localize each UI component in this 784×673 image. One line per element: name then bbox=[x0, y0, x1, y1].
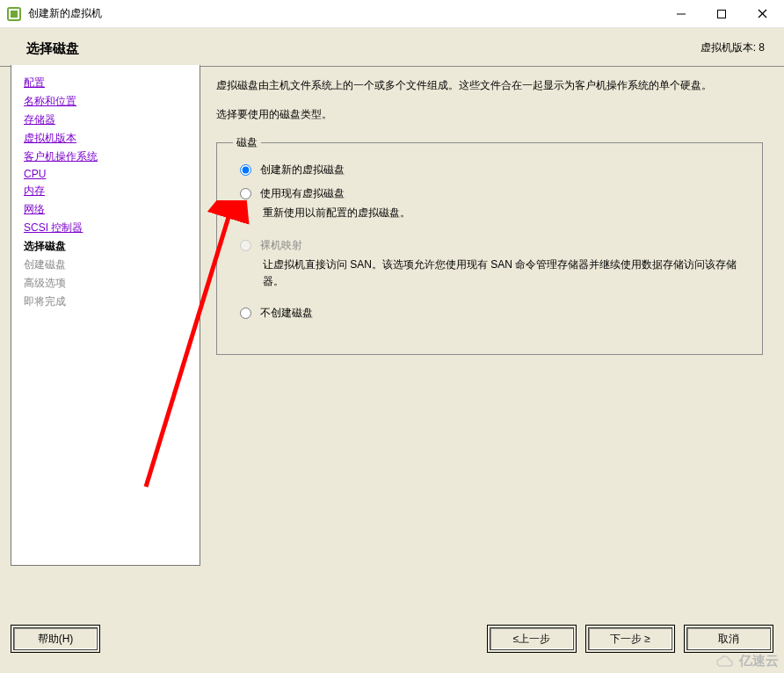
sidebar-item-scsi[interactable]: SCSI 控制器 bbox=[24, 221, 200, 235]
window-title: 创建新的虚拟机 bbox=[28, 6, 661, 21]
radio-raw-mapping-label: 裸机映射 bbox=[260, 238, 302, 253]
next-button-frame: 下一步 ≥ bbox=[585, 625, 675, 653]
next-button-label: 下一步 ≥ bbox=[610, 633, 650, 645]
sidebar-item-ready: 即将完成 bbox=[24, 294, 200, 309]
radio-create-new[interactable]: 创建新的虚拟磁盘 bbox=[233, 163, 746, 177]
sidebar-item-createdisk: 创建磁盘 bbox=[24, 257, 200, 272]
radio-create-new-label: 创建新的虚拟磁盘 bbox=[260, 163, 345, 177]
sidebar-item-storage[interactable]: 存储器 bbox=[24, 112, 200, 127]
radio-use-existing-desc: 重新使用以前配置的虚拟磁盘。 bbox=[263, 205, 746, 221]
page-title: 选择磁盘 bbox=[26, 40, 701, 57]
cancel-button-frame: 取消 bbox=[684, 625, 773, 653]
radio-no-disk-input[interactable] bbox=[240, 308, 251, 319]
disk-prompt: 选择要使用的磁盘类型。 bbox=[216, 106, 763, 123]
sidebar-item-config[interactable]: 配置 bbox=[24, 76, 200, 90]
svg-rect-3 bbox=[718, 10, 726, 18]
vm-version-label: 虚拟机版本: 8 bbox=[701, 40, 765, 55]
svg-rect-1 bbox=[11, 11, 18, 18]
radio-raw-mapping-input bbox=[240, 240, 251, 251]
back-button[interactable]: ≤上一步 bbox=[490, 627, 574, 650]
wizard-footer: 帮助(H) ≤上一步 下一步 ≥ 取消 bbox=[0, 614, 784, 663]
sidebar-item-network[interactable]: 网络 bbox=[24, 202, 200, 217]
radio-raw-mapping: 裸机映射 bbox=[233, 238, 746, 253]
maximize-button[interactable] bbox=[701, 1, 742, 27]
radio-no-disk-label: 不创建磁盘 bbox=[260, 306, 313, 321]
sidebar-item-version[interactable]: 虚拟机版本 bbox=[24, 131, 200, 146]
sidebar-item-selectdisk: 选择磁盘 bbox=[24, 239, 200, 254]
window-titlebar: 创建新的虚拟机 bbox=[0, 0, 784, 28]
radio-no-disk[interactable]: 不创建磁盘 bbox=[233, 306, 746, 321]
sidebar-item-memory[interactable]: 内存 bbox=[24, 184, 200, 199]
footer-right-group: ≤上一步 下一步 ≥ 取消 bbox=[478, 625, 773, 653]
help-button[interactable]: 帮助(H) bbox=[13, 627, 98, 650]
help-button-frame: 帮助(H) bbox=[11, 625, 100, 653]
radio-create-new-input[interactable] bbox=[240, 164, 251, 176]
back-button-frame: ≤上一步 bbox=[487, 625, 577, 653]
cancel-button[interactable]: 取消 bbox=[686, 627, 771, 650]
disk-fieldset-legend: 磁盘 bbox=[233, 135, 261, 150]
next-button[interactable]: 下一步 ≥ bbox=[588, 627, 672, 650]
window-controls bbox=[661, 1, 782, 27]
wizard-body: 配置 名称和位置 存储器 虚拟机版本 客户机操作系统 CPU 内存 网络 SCS… bbox=[0, 67, 784, 614]
wizard-header: 选择磁盘 虚拟机版本: 8 bbox=[0, 28, 784, 66]
help-button-label: 帮助(H) bbox=[38, 633, 74, 645]
disk-description: 虚拟磁盘由主机文件系统上的一个或多个文件组成。这些文件合在一起显示为客户机操作系… bbox=[216, 77, 763, 94]
disk-fieldset: 磁盘 创建新的虚拟磁盘 使用现有虚拟磁盘 重新使用以前配置的虚拟磁盘。 裸机映射 bbox=[216, 135, 763, 355]
sidebar-item-guestos[interactable]: 客户机操作系统 bbox=[24, 149, 200, 164]
sidebar-item-advanced: 高级选项 bbox=[24, 276, 200, 291]
back-button-label: ≤上一步 bbox=[513, 633, 551, 645]
close-button[interactable] bbox=[742, 1, 782, 27]
radio-use-existing-label: 使用现有虚拟磁盘 bbox=[260, 186, 345, 201]
wizard-content: 虚拟磁盘由主机文件系统上的一个或多个文件组成。这些文件合在一起显示为客户机操作系… bbox=[200, 67, 784, 614]
app-icon bbox=[7, 7, 21, 21]
wizard-steps-sidebar: 配置 名称和位置 存储器 虚拟机版本 客户机操作系统 CPU 内存 网络 SCS… bbox=[11, 65, 200, 566]
cancel-button-label: 取消 bbox=[718, 633, 739, 645]
radio-use-existing[interactable]: 使用现有虚拟磁盘 bbox=[233, 186, 746, 201]
minimize-button[interactable] bbox=[661, 1, 701, 27]
radio-raw-mapping-desc: 让虚拟机直接访问 SAN。该选项允许您使用现有 SAN 命令管理存储器并继续使用… bbox=[263, 257, 746, 290]
sidebar-item-name[interactable]: 名称和位置 bbox=[24, 94, 200, 109]
radio-use-existing-input[interactable] bbox=[240, 188, 251, 199]
sidebar-item-cpu[interactable]: CPU bbox=[24, 168, 200, 180]
